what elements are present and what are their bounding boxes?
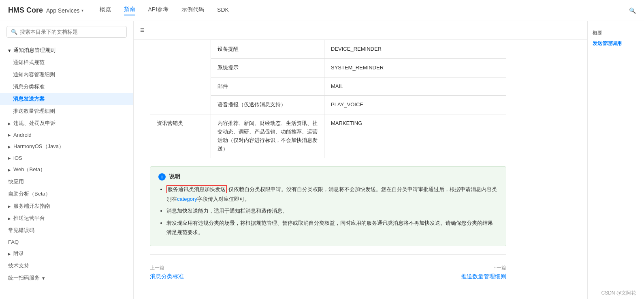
note-list: 服务通讯类消息加快发送 仅依赖自分类权限申请。没有自分类权限，消息将不会加快发送… <box>158 185 498 237</box>
table-cell-col3: DEVICE_REMINDER <box>324 40 506 59</box>
highlight-fast-send: 服务通讯类消息加快发送 <box>166 185 227 193</box>
nav-sdk[interactable]: SDK <box>217 6 229 15</box>
table-cell-col1 <box>150 40 211 114</box>
table-cell-col3: MARKETING <box>324 114 506 158</box>
arrow-icon: ▸ <box>8 203 11 209</box>
arrow-icon: ▸ <box>8 155 11 161</box>
info-icon: i <box>158 173 166 181</box>
bottom-bar: CSDN @文阿花 <box>593 287 644 299</box>
prev-page-btn[interactable]: 上一篇 消息分类标准 <box>150 265 184 280</box>
top-nav: HMS Core App Services ▾ 概览 指南 API参考 示例代码… <box>0 0 644 21</box>
arrow-icon: ▸ <box>8 251 11 257</box>
table-cell-col2: 语音播报（仅透传消息支持） <box>211 96 324 114</box>
table-cell-col3: MAIL <box>324 77 506 96</box>
chevron-down-icon: ▾ <box>81 8 83 13</box>
nav-overview[interactable]: 概览 <box>100 6 111 15</box>
main-content: 设备提醒 DEVICE_REMINDER 系统提示 SYSTEM_REMINDE… <box>134 40 522 299</box>
sidebar: 🔍 ▾ 通知消息管理规则 通知样式规范 通知内容管理细则 消息分类标准 消息发送… <box>0 21 134 299</box>
note-item3: 若发现应用有违规分类的场景，将根据规范管理、暂停或取消自分类权益，同时应用的服务… <box>166 220 493 235</box>
sidebar-item-style[interactable]: 通知样式规范 <box>0 56 133 69</box>
list-item: 服务通讯类消息加快发送 仅依赖自分类权限申请。没有自分类权限，消息将不会加快发送… <box>166 185 498 204</box>
note-item2: 消息加快发送能力，适用于通知栏消息和透传消息。 <box>166 208 288 214</box>
sidebar-section: ▾ 通知消息管理规则 通知样式规范 通知内容管理细则 消息分类标准 消息发送方案… <box>0 43 133 286</box>
sidebar-item-ios[interactable]: ▸ iOS <box>0 153 133 163</box>
arrow-icon: ▸ <box>8 144 11 150</box>
sidebar-item-push-platform[interactable]: ▸ 推送运营平台 <box>0 212 133 224</box>
table-cell-col2: 邮件 <box>211 77 324 96</box>
sidebar-item-appendix[interactable]: ▸ 附录 <box>0 247 133 260</box>
sidebar-item-quick-app[interactable]: 快应用 <box>0 176 133 188</box>
right-toc: 概要 发送管理调用 <box>587 21 644 299</box>
sidebar-search-icon: 🔍 <box>11 29 17 35</box>
table-row: 资讯营销类 内容推荐、新闻、财经动态、生活资讯、社交动态、调研、产品促销、功能推… <box>150 114 506 158</box>
arrow-icon: ▾ <box>42 275 45 281</box>
category-link[interactable]: category <box>177 196 197 202</box>
sidebar-item-faq[interactable]: FAQ <box>0 237 133 247</box>
prev-title[interactable]: 消息分类标准 <box>150 273 184 280</box>
logo: HMS Core <box>8 6 43 15</box>
search-icon[interactable]: 🔍 <box>629 7 636 14</box>
bottom-nav: 上一篇 消息分类标准 下一篇 推送数量管理细则 <box>150 254 506 287</box>
prev-label: 上一篇 <box>150 265 184 271</box>
toc-icon-bar: ≡ <box>134 21 587 40</box>
arrow-icon: ▸ <box>8 167 11 173</box>
next-title[interactable]: 推送数量管理细则 <box>461 273 506 280</box>
top-nav-right: 🔍 <box>629 7 636 14</box>
right-toc-item-send-management[interactable]: 发送管理调用 <box>593 38 639 49</box>
collapse-arrow: ▾ <box>8 47 11 54</box>
sidebar-item-android[interactable]: ▸ Android <box>0 129 133 140</box>
table-cell-col2: 设备提醒 <box>211 40 324 59</box>
note-title: 说明 <box>169 173 180 181</box>
nav-api[interactable]: API参考 <box>148 6 169 15</box>
sidebar-item-category[interactable]: 消息分类标准 <box>0 81 133 93</box>
right-toc-item-overview[interactable]: 概要 <box>593 28 639 38</box>
table-cell-col2: 系统提示 <box>211 58 324 77</box>
sidebar-item-push-quantity[interactable]: 推送数量管理细则 <box>0 105 133 117</box>
next-label: 下一篇 <box>461 265 506 271</box>
note-header: i 说明 <box>158 173 498 181</box>
sidebar-search-box[interactable]: 🔍 <box>6 26 127 38</box>
arrow-icon: ▸ <box>8 120 11 127</box>
list-item: 若发现应用有违规分类的场景，将根据规范管理、暂停或取消自分类权益，同时应用的服务… <box>166 218 498 237</box>
nav-guide[interactable]: 指南 <box>124 6 135 15</box>
app-services-label: App Services <box>46 7 79 14</box>
nav-links: 概览 指南 API参考 示例代码 SDK <box>100 6 229 15</box>
table-cell-col3: PLAY_VOICE <box>324 96 506 114</box>
toc-toggle-icon[interactable]: ≡ <box>140 26 145 34</box>
table-row: 设备提醒 DEVICE_REMINDER <box>150 40 506 59</box>
sidebar-item-self-analysis[interactable]: 自助分析（Beta） <box>0 188 133 200</box>
sidebar-item-web[interactable]: ▸ Web（Beta） <box>0 163 133 176</box>
content-area: ≡ 设备提醒 DEVICE_REMINDER 系统提示 SYSTEM_REMIN… <box>134 21 587 299</box>
nav-sample[interactable]: 示例代码 <box>181 6 204 15</box>
sidebar-item-server-guide[interactable]: ▸ 服务端开发指南 <box>0 200 133 212</box>
sidebar-item-harmonyos[interactable]: ▸ HarmonyOS（Java） <box>0 140 133 153</box>
arrow-icon: ▸ <box>8 215 11 222</box>
arrow-icon: ▸ <box>8 132 11 138</box>
table-cell-col2: 内容推荐、新闻、财经动态、生活资讯、社交动态、调研、产品促销、功能推荐、运营活动… <box>211 114 324 158</box>
sidebar-item-notification-rules[interactable]: ▾ 通知消息管理规则 <box>0 44 133 56</box>
table-cell-col1: 资讯营销类 <box>150 114 211 158</box>
sidebar-search-input[interactable] <box>20 29 122 35</box>
source-label: CSDN @文阿花 <box>601 290 636 297</box>
table-cell-col3: SYSTEM_REMINDER <box>324 58 506 77</box>
sidebar-item-tech-support[interactable]: 技术支持 <box>0 260 133 272</box>
next-page-btn[interactable]: 下一篇 推送数量管理细则 <box>461 265 506 280</box>
sidebar-item-content-rules[interactable]: 通知内容管理细则 <box>0 69 133 81</box>
sidebar-item-violation[interactable]: ▸ 违规、处罚及申诉 <box>0 117 133 129</box>
note-box: i 说明 服务通讯类消息加快发送 仅依赖自分类权限申请。没有自分类权限，消息将不… <box>150 166 506 246</box>
sidebar-item-scan-service[interactable]: 统一扫码服务 ▾ <box>0 272 133 284</box>
category-table: 设备提醒 DEVICE_REMINDER 系统提示 SYSTEM_REMINDE… <box>150 40 506 158</box>
app-services-dropdown[interactable]: App Services ▾ <box>46 7 83 14</box>
sidebar-item-send-plan[interactable]: 消息发送方案 <box>0 93 133 105</box>
main-layout: 🔍 ▾ 通知消息管理规则 通知样式规范 通知内容管理细则 消息分类标准 消息发送… <box>0 21 644 299</box>
sidebar-item-error-code[interactable]: 常见错误码 <box>0 224 133 237</box>
list-item: 消息加快发送能力，适用于通知栏消息和透传消息。 <box>166 206 498 215</box>
